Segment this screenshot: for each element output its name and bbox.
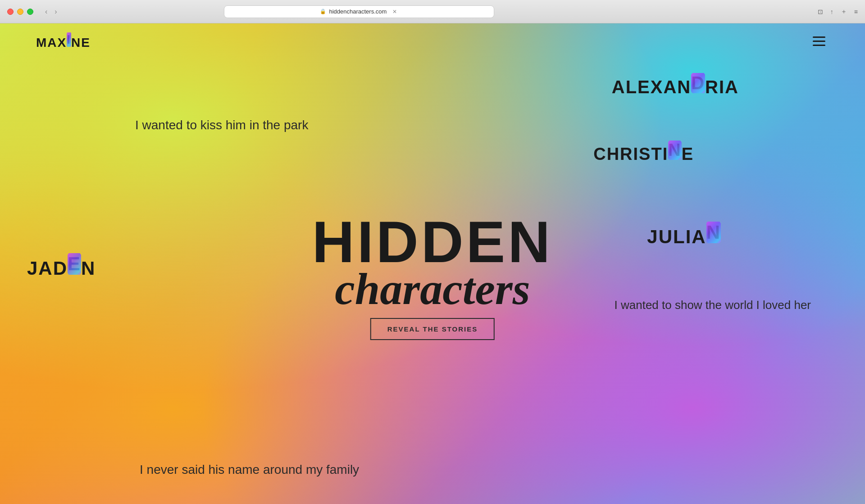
browser-chrome: ‹ › 🔒 hiddencharacters.com ✕ ⊡ ↑ ＋ ≡ (0, 0, 865, 23)
lock-icon: 🔒 (320, 9, 326, 14)
close-button[interactable] (7, 9, 14, 15)
bookmark-icon[interactable]: ⊡ (818, 8, 823, 15)
hamburger-menu[interactable] (809, 33, 829, 50)
character-christine: CHRISTINE (593, 141, 694, 164)
hero-title: HIDDEN characters (312, 212, 553, 311)
quote-show: I wanted to show the world I loved her (615, 298, 811, 312)
hero-hidden-text: HIDDEN (312, 212, 553, 271)
reveal-stories-button[interactable]: REVEAL THE STORIES (370, 318, 495, 340)
navbar: MAXINE (0, 32, 865, 50)
jaden-special-char: E (68, 253, 81, 275)
close-tab-icon[interactable]: ✕ (391, 8, 398, 15)
main-content: MAXINE ALEXANDRIA CHRISTINE JULIAN JADEN… (0, 23, 865, 504)
logo-special-char: I (67, 32, 71, 47)
character-alexandria: ALEXANDRIA (612, 73, 739, 97)
character-julian: JULIAN (647, 222, 721, 248)
more-icon[interactable]: ≡ (854, 8, 858, 15)
hamburger-line-1 (813, 36, 825, 38)
alexandria-special-char: D (691, 73, 705, 93)
url-text: hiddencharacters.com (329, 8, 387, 15)
hamburger-line-2 (813, 41, 825, 42)
hamburger-line-3 (813, 45, 825, 46)
quote-family: I never said his name around my family (140, 463, 359, 477)
site-logo: MAXINE (36, 32, 91, 50)
share-icon[interactable]: ↑ (830, 8, 833, 15)
toolbar-right: ⊡ ↑ ＋ ≡ (818, 8, 858, 16)
christine-special-char: N (668, 141, 681, 160)
character-jaden: JADEN (27, 253, 96, 279)
back-button[interactable]: ‹ (42, 7, 50, 17)
quote-kiss: I wanted to kiss him in the park (135, 118, 308, 132)
forward-button[interactable]: › (52, 7, 59, 17)
address-bar[interactable]: 🔒 hiddencharacters.com ✕ (224, 5, 494, 18)
nav-arrows: ‹ › (42, 7, 60, 17)
hero-characters-text: characters (312, 266, 553, 311)
julian-special-char: N (706, 222, 721, 243)
minimize-button[interactable] (17, 9, 23, 15)
maximize-button[interactable] (27, 9, 33, 15)
new-tab-icon[interactable]: ＋ (841, 8, 847, 16)
traffic-lights (7, 9, 33, 15)
